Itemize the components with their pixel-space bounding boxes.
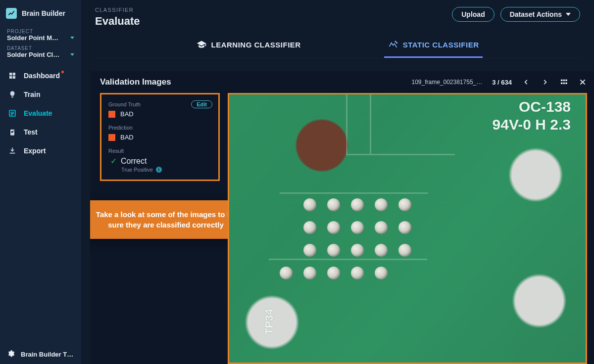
project-label: PROJECT bbox=[7, 29, 74, 34]
svg-rect-0 bbox=[9, 73, 12, 75]
result-value: Correct bbox=[121, 157, 147, 166]
nav-test[interactable]: Test bbox=[0, 123, 81, 141]
nav-evaluate[interactable]: Evaluate bbox=[0, 104, 81, 123]
result-label: Result bbox=[108, 148, 211, 154]
svg-point-7 bbox=[396, 43, 397, 44]
nav-train-label: Train bbox=[24, 91, 40, 98]
download-icon bbox=[8, 146, 17, 155]
sparkle-icon bbox=[388, 40, 398, 49]
svg-rect-4 bbox=[11, 96, 13, 97]
svg-point-6 bbox=[395, 41, 396, 42]
chevron-down-icon bbox=[70, 37, 74, 39]
svg-rect-13 bbox=[565, 83, 567, 84]
brand[interactable]: Brain Builder bbox=[0, 6, 81, 26]
nav-train[interactable]: Train bbox=[0, 85, 81, 104]
brand-icon bbox=[6, 8, 17, 19]
image-viewer[interactable]: OC-138 94V-0 H 2.3 TP34 bbox=[228, 93, 587, 364]
sidebar: Brain Builder PROJECT Solder Point M… DA… bbox=[0, 0, 81, 364]
edit-button[interactable]: Edit bbox=[191, 100, 212, 108]
upload-button[interactable]: Upload bbox=[452, 7, 494, 22]
panel-title: Validation Images bbox=[100, 77, 171, 87]
grid-view-button[interactable] bbox=[559, 78, 568, 87]
info-icon[interactable]: i bbox=[156, 167, 162, 173]
result-subvalue: True Positive bbox=[121, 167, 153, 173]
svg-rect-10 bbox=[565, 80, 567, 81]
tab-static-label: STATIC CLASSIFIER bbox=[403, 41, 479, 49]
pcb-text-3: TP34 bbox=[263, 309, 276, 335]
project-selector[interactable]: PROJECT Solder Point M… bbox=[0, 26, 81, 43]
class-swatch-icon bbox=[108, 111, 115, 118]
tab-learning-label: LEARNING CLASSIFIER bbox=[211, 41, 301, 49]
page-title: Evaluate bbox=[95, 15, 140, 28]
svg-rect-11 bbox=[561, 83, 562, 84]
project-value: Solder Point M… bbox=[7, 34, 58, 42]
grid-icon bbox=[8, 71, 17, 80]
content-panel: Validation Images 109_frame_002381755_… … bbox=[90, 71, 594, 364]
dataset-label: DATASET bbox=[7, 46, 74, 51]
sidebar-footer[interactable]: Brain Builder T… bbox=[0, 345, 81, 364]
clipboard-check-icon bbox=[8, 128, 17, 136]
svg-rect-8 bbox=[561, 80, 562, 81]
nav-export-label: Export bbox=[24, 147, 46, 155]
chevron-down-icon bbox=[566, 13, 571, 16]
nav: Dashboard Train Evaluate Test bbox=[0, 66, 81, 160]
pcb-text-2: 94V-0 H 2.3 bbox=[493, 116, 571, 133]
dataset-selector[interactable]: DATASET Solder Point Cl… bbox=[0, 43, 81, 59]
class-swatch-icon bbox=[108, 134, 115, 141]
nav-evaluate-label: Evaluate bbox=[24, 109, 52, 117]
nav-export[interactable]: Export bbox=[0, 141, 81, 160]
svg-rect-9 bbox=[563, 80, 565, 81]
breadcrumb: CLASSIFIER Evaluate bbox=[95, 7, 140, 28]
tab-static-classifier[interactable]: STATIC CLASSIFIER bbox=[384, 34, 483, 58]
nav-dashboard-label: Dashboard bbox=[24, 72, 60, 80]
chevron-down-icon bbox=[70, 53, 74, 56]
hint-text: Take a look at some of the images to be … bbox=[96, 210, 236, 229]
pcb-image: OC-138 94V-0 H 2.3 TP34 bbox=[229, 94, 586, 363]
check-icon: ✓ bbox=[110, 157, 117, 165]
prediction-label: Prediction bbox=[108, 125, 211, 131]
svg-rect-2 bbox=[9, 76, 12, 79]
result-card: Edit Ground Truth BAD Prediction BAD bbox=[100, 93, 220, 181]
next-button[interactable] bbox=[541, 78, 549, 87]
prediction-value: BAD bbox=[120, 134, 134, 141]
nav-dashboard[interactable]: Dashboard bbox=[0, 66, 81, 85]
pcb-text-1: OC-138 bbox=[519, 98, 571, 115]
image-counter: 3 / 634 bbox=[492, 79, 512, 86]
checklist-icon bbox=[8, 109, 17, 118]
bulb-icon bbox=[8, 90, 17, 99]
svg-rect-3 bbox=[13, 76, 15, 79]
sidebar-footer-label: Brain Builder T… bbox=[21, 351, 73, 358]
ground-truth-value: BAD bbox=[120, 110, 134, 118]
image-filename: 109_frame_002381755_… bbox=[411, 79, 482, 86]
dataset-actions-button[interactable]: Dataset Actions bbox=[500, 7, 580, 22]
tab-learning-classifier[interactable]: LEARNING CLASSIFIER bbox=[193, 34, 305, 58]
tabs: LEARNING CLASSIFIER STATIC CLASSIFIER bbox=[95, 34, 580, 58]
content-body: Edit Ground Truth BAD Prediction BAD bbox=[90, 93, 594, 364]
graduation-cap-icon bbox=[197, 40, 206, 49]
topbar: CLASSIFIER Evaluate Upload Dataset Actio… bbox=[81, 0, 594, 58]
brand-label: Brain Builder bbox=[22, 9, 65, 17]
breadcrumb-small: CLASSIFIER bbox=[95, 7, 140, 13]
prev-button[interactable] bbox=[522, 78, 531, 87]
close-button[interactable] bbox=[578, 78, 587, 87]
svg-rect-1 bbox=[13, 73, 15, 75]
dataset-value: Solder Point Cl… bbox=[7, 51, 59, 58]
svg-rect-12 bbox=[563, 83, 565, 84]
nav-test-label: Test bbox=[24, 128, 38, 136]
main: CLASSIFIER Evaluate Upload Dataset Actio… bbox=[81, 0, 594, 364]
gear-icon bbox=[7, 350, 15, 359]
